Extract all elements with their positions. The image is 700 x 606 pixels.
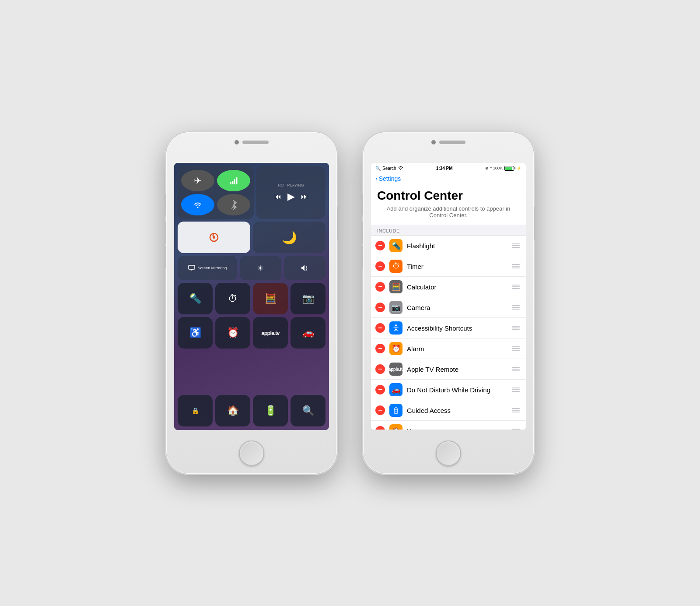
next-btn[interactable]: ⏭ xyxy=(301,193,308,201)
remove-calculator-btn[interactable]: − xyxy=(375,282,385,292)
cc-home-btn[interactable]: 🏠 xyxy=(215,395,250,426)
cc-appletv-btn[interactable]: apple.tv xyxy=(253,317,288,349)
play-btn[interactable]: ▶ xyxy=(287,191,295,202)
calculator-icon: 🧮 xyxy=(389,280,402,293)
guided-access-label: Guided Access xyxy=(407,407,508,414)
search-icon: 🔍 xyxy=(375,166,381,171)
cc-timer-btn[interactable]: ⏱ xyxy=(215,283,250,314)
settings-item-guided-access[interactable]: − Guided Access xyxy=(371,400,526,421)
home-label: Home xyxy=(407,427,508,430)
dnd-driving-label: Do Not Disturb While Driving xyxy=(407,386,508,394)
remove-timer-btn[interactable]: − xyxy=(375,261,385,271)
cc-mid-row: 🌙 xyxy=(178,222,326,253)
calculator-label: Calculator xyxy=(407,283,508,291)
cc-accessibility-btn[interactable]: ♿ xyxy=(178,317,213,349)
guided-access-icon xyxy=(389,404,402,417)
svg-point-9 xyxy=(396,411,396,412)
cc-screenlock-btn[interactable]: 🔒 xyxy=(178,395,213,426)
bluetooth-btn[interactable] xyxy=(217,194,250,215)
guided-access-drag-handle[interactable] xyxy=(512,408,520,412)
camera-drag-handle[interactable] xyxy=(512,305,520,310)
page-subtitle: Add and organize additional controls to … xyxy=(371,204,526,224)
svg-rect-3 xyxy=(236,177,238,184)
cellular-btn[interactable] xyxy=(217,170,250,191)
airplane-mode-btn[interactable]: ✈ xyxy=(181,170,214,191)
settings-item-alarm[interactable]: − ⏰ Alarm xyxy=(371,338,526,359)
media-controls: ⏮ ▶ ⏭ xyxy=(274,191,308,202)
cc-battery-btn[interactable]: 🔋 xyxy=(253,395,288,426)
volume-slider[interactable] xyxy=(284,256,326,280)
cc-calculator-btn[interactable]: 🧮 xyxy=(253,283,288,314)
timer-drag-handle[interactable] xyxy=(512,264,520,268)
screen-mirroring-btn[interactable]: Screen Mirroring xyxy=(178,256,237,280)
bluetooth-status-icon: * xyxy=(490,166,492,170)
cc-apps-row-1: 🔦 ⏱ 🧮 📷 xyxy=(178,283,326,314)
settings-item-flashlight[interactable]: − 🔦 Flashlight xyxy=(371,236,526,256)
nav-bar: ‹ Settings xyxy=(371,173,526,185)
speaker xyxy=(242,141,269,144)
settings-item-accessibility[interactable]: − Accessibility Shortcuts xyxy=(371,318,526,338)
cc-top-row: ✈ xyxy=(178,166,326,219)
right-phone-top xyxy=(431,140,466,144)
svg-point-5 xyxy=(213,236,215,239)
cc-flashlight-btn[interactable]: 🔦 xyxy=(178,283,213,314)
right-home-button[interactable] xyxy=(436,440,461,466)
cc-magnifier-btn[interactable]: 🔍 xyxy=(290,395,326,426)
settings-item-dnd-driving[interactable]: − 🚗 Do Not Disturb While Driving xyxy=(371,380,526,400)
battery-fill xyxy=(505,167,512,170)
left-home-button[interactable] xyxy=(239,440,264,466)
do-not-disturb-btn[interactable]: 🌙 xyxy=(253,222,326,253)
left-phone-top xyxy=(234,140,269,144)
front-camera xyxy=(234,140,239,144)
appletv-drag-handle[interactable] xyxy=(512,367,520,371)
status-left: 🔍 Search xyxy=(375,166,403,171)
battery-body xyxy=(504,166,514,171)
remove-guided-access-btn[interactable]: − xyxy=(375,405,385,415)
remove-appletv-btn[interactable]: − xyxy=(375,364,385,374)
settings-item-timer[interactable]: − ⏱ Timer xyxy=(371,256,526,277)
camera-icon: 📷 xyxy=(389,301,402,314)
remove-camera-btn[interactable]: − xyxy=(375,303,385,312)
remove-home-btn[interactable]: − xyxy=(375,426,385,430)
camera-label: Camera xyxy=(407,304,508,311)
cc-car-btn[interactable]: 🚗 xyxy=(290,317,326,349)
status-right: ⊕ * 100% ⚡ xyxy=(485,166,522,171)
battery-pct-text: 100% xyxy=(493,166,503,170)
screen-mirroring-label: Screen Mirroring xyxy=(198,266,227,270)
media-title: NOT PLAYING xyxy=(278,183,304,187)
left-phone: ✈ xyxy=(166,132,337,474)
settings-list: − 🔦 Flashlight − ⏱ Timer − 🧮 Calculator xyxy=(371,235,526,430)
cc-alarm-btn[interactable]: ⏰ xyxy=(215,317,250,349)
home-drag-handle[interactable] xyxy=(512,429,520,430)
wifi-btn[interactable] xyxy=(181,194,214,215)
back-button[interactable]: ‹ Settings xyxy=(375,175,522,182)
remove-accessibility-btn[interactable]: − xyxy=(375,323,385,333)
flashlight-drag-handle[interactable] xyxy=(512,243,520,248)
remove-flashlight-btn[interactable]: − xyxy=(375,241,385,250)
page-title: Control Center xyxy=(371,185,526,204)
settings-item-calculator[interactable]: − 🧮 Calculator xyxy=(371,277,526,297)
svg-rect-6 xyxy=(189,265,195,269)
appletv-icon: apple.tv xyxy=(389,363,402,376)
accessibility-drag-handle[interactable] xyxy=(512,326,520,330)
alarm-drag-handle[interactable] xyxy=(512,346,520,351)
right-speaker xyxy=(439,141,466,144)
lock-rotation-btn[interactable] xyxy=(178,222,250,253)
remove-alarm-btn[interactable]: − xyxy=(375,344,385,353)
settings-item-home[interactable]: − 🏠 Home xyxy=(371,421,526,430)
cc-connectivity: ✈ xyxy=(178,166,254,219)
settings-item-appletv[interactable]: − apple.tv Apple TV Remote xyxy=(371,359,526,380)
settings-item-camera[interactable]: − 📷 Camera xyxy=(371,297,526,318)
dnd-driving-drag-handle[interactable] xyxy=(512,388,520,392)
prev-btn[interactable]: ⏮ xyxy=(274,193,281,201)
remove-dnd-driving-btn[interactable]: − xyxy=(375,385,385,395)
cc-camera-btn[interactable]: 📷 xyxy=(290,283,326,314)
left-phone-screen: ✈ xyxy=(174,163,329,430)
flashlight-icon: 🔦 xyxy=(389,239,402,252)
battery-indicator xyxy=(504,166,515,171)
battery-tip xyxy=(514,167,515,169)
back-label: Settings xyxy=(379,175,401,182)
svg-rect-2 xyxy=(234,179,235,184)
brightness-slider[interactable]: ☀ xyxy=(240,256,281,280)
calculator-drag-handle[interactable] xyxy=(512,285,520,289)
